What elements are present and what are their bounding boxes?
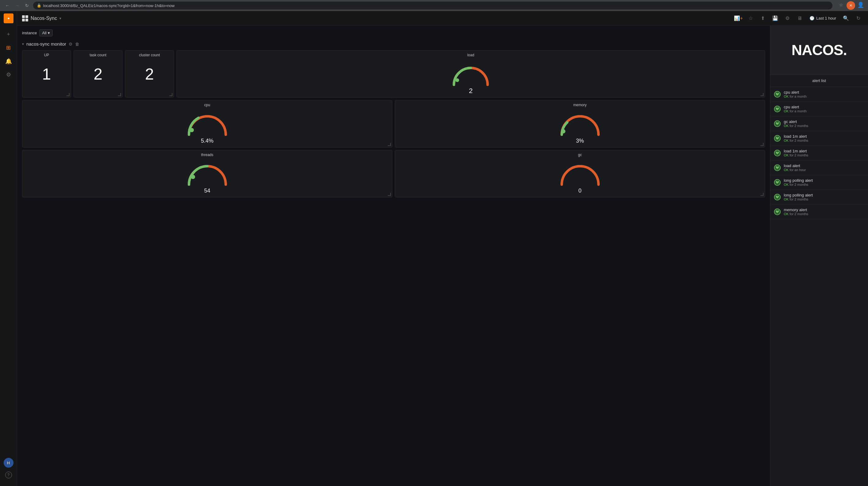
sidebar-item-alerts[interactable]: 🔔 xyxy=(2,55,15,67)
star-button[interactable]: ☆ xyxy=(746,13,755,23)
share-button[interactable]: ⬆ xyxy=(758,13,768,23)
alert-name: cpu alert xyxy=(784,90,807,95)
filter-label: instance xyxy=(22,31,37,35)
clock-icon: 🕐 xyxy=(809,16,814,21)
alert-name: long polling alert xyxy=(784,178,813,183)
sidebar-item-user[interactable]: H xyxy=(4,458,13,467)
panel-cpu-value: 5.4% xyxy=(201,138,214,144)
alert-info: cpu alert OK for a month xyxy=(784,90,807,98)
sidebar: + ⊞ 🔔 ⚙ H ? xyxy=(0,11,17,486)
panel-load: load 2 xyxy=(177,50,765,98)
panels-row-3: threads 54 gc xyxy=(22,150,765,197)
alert-item[interactable]: load 1m alert OK for 2 months xyxy=(770,146,868,160)
alert-name: gc alert xyxy=(784,119,808,124)
nacos-logo-area: NACOS. xyxy=(770,26,868,75)
row-title-text: nacos-sync monitor xyxy=(26,41,66,46)
panel-threads: threads 54 xyxy=(22,150,392,197)
svg-point-1 xyxy=(456,78,459,82)
alert-item[interactable]: load 1m alert OK for 2 months xyxy=(770,131,868,146)
alert-status: OK for 2 months xyxy=(784,124,808,128)
settings-icon: ⚙ xyxy=(785,15,789,21)
row-collapse-chevron[interactable]: ▾ xyxy=(22,42,24,46)
sidebar-nav: + ⊞ 🔔 ⚙ xyxy=(2,28,15,458)
panel-cluster-count: cluster count 2 xyxy=(125,50,174,98)
alert-status: OK for a month xyxy=(784,95,807,98)
save-button[interactable]: 💾 xyxy=(770,13,780,23)
alert-status: OK for 2 months xyxy=(784,212,808,216)
filter-value: All xyxy=(42,31,46,35)
alert-info: long polling alert OK for 2 months xyxy=(784,178,813,186)
sidebar-item-add[interactable]: + xyxy=(2,28,15,40)
alert-item[interactable]: long polling alert OK for 2 months xyxy=(770,190,868,204)
sidebar-item-help[interactable]: ? xyxy=(2,469,15,481)
alert-info: long polling alert OK for 2 months xyxy=(784,193,813,201)
title-dropdown-arrow[interactable]: ▾ xyxy=(59,16,61,21)
grafana-logo[interactable] xyxy=(4,13,13,23)
row-delete-icon[interactable]: 🗑 xyxy=(75,42,79,46)
panel-memory-gauge: 3% xyxy=(395,100,765,147)
alert-item[interactable]: load alert OK for an hour xyxy=(770,160,868,175)
top-bar: Nacos-Sync ▾ 📊+ ☆ ⬆ 💾 ⚙ xyxy=(17,11,868,26)
alert-item[interactable]: memory alert OK for 2 months xyxy=(770,204,868,219)
alert-name: load alert xyxy=(784,163,806,168)
time-range-button[interactable]: 🕐 Last 1 hour xyxy=(807,15,839,22)
panels-row-1: UP 1 task count 2 cluster count 2 xyxy=(22,50,765,98)
panel-gc-gauge: 0 xyxy=(395,150,765,197)
alert-status: OK for 2 months xyxy=(784,183,813,186)
tv-icon: 🖥 xyxy=(797,15,802,21)
forward-button[interactable]: → xyxy=(13,2,21,9)
sidebar-item-dashboards[interactable]: ⊞ xyxy=(2,42,15,54)
alert-item[interactable]: gc alert OK for 2 months xyxy=(770,116,868,131)
top-bar-actions: 📊+ ☆ ⬆ 💾 ⚙ 🖥 🕐 Las xyxy=(734,13,863,23)
memory-gauge-svg xyxy=(557,109,603,139)
search-icon: 🔍 xyxy=(843,15,849,21)
alert-status: OK for 2 months xyxy=(784,197,813,201)
panels-row-2: cpu 5.4% memory xyxy=(22,100,765,148)
profile-button[interactable]: ✕ xyxy=(846,1,855,10)
alert-heart-icon xyxy=(774,91,781,98)
filter-dropdown-icon: ▾ xyxy=(48,31,50,35)
right-panel: NACOS. alert list cpu alert OK for a mon… xyxy=(770,26,868,486)
row-settings-icon[interactable]: ⚙ xyxy=(69,42,72,46)
panel-cluster-count-value: 2 xyxy=(125,51,174,97)
alert-heart-icon xyxy=(774,120,781,127)
load-gauge-svg xyxy=(449,60,492,88)
refresh-button[interactable]: ↻ xyxy=(853,13,863,23)
alert-status: OK for an hour xyxy=(784,168,806,172)
gc-gauge-svg xyxy=(557,159,603,189)
app-title: Nacos-Sync xyxy=(31,15,57,21)
alert-item[interactable]: cpu alert OK for a month xyxy=(770,102,868,116)
nacos-logo: NACOS. xyxy=(792,42,847,59)
search-button[interactable]: 🔍 xyxy=(841,13,851,23)
alert-name: cpu alert xyxy=(784,105,807,109)
address-bar[interactable]: 🔒 localhost:3000/d/Bz_QALEiz1/nacos-sync… xyxy=(33,2,833,9)
panel-up: UP 1 xyxy=(22,50,71,98)
panel-threads-value: 54 xyxy=(204,188,210,194)
panel-cpu-gauge: 5.4% xyxy=(22,100,392,147)
main-content: Nacos-Sync ▾ 📊+ ☆ ⬆ 💾 ⚙ xyxy=(17,11,868,486)
bookmark-button[interactable]: ☆ xyxy=(837,1,845,8)
tv-mode-button[interactable]: 🖥 xyxy=(795,13,805,23)
help-icon: ? xyxy=(5,472,12,478)
panel-up-title: UP xyxy=(22,53,71,57)
alert-name: load 1m alert xyxy=(784,134,808,139)
panel-cluster-count-title: cluster count xyxy=(125,53,174,57)
settings-button[interactable]: ⚙ xyxy=(782,13,792,23)
alert-heart-icon xyxy=(774,179,781,186)
account-button[interactable]: 👤 xyxy=(857,1,864,8)
svg-point-2 xyxy=(190,128,194,132)
back-button[interactable]: ← xyxy=(4,2,11,9)
reload-button[interactable]: ↻ xyxy=(23,2,31,9)
panel-load-value: 2 xyxy=(469,87,473,95)
add-panel-button[interactable]: 📊+ xyxy=(734,13,743,23)
filter-select[interactable]: All ▾ xyxy=(39,29,52,36)
alert-heart-icon xyxy=(774,208,781,215)
panel-load-gauge: 2 xyxy=(177,51,765,97)
alert-item[interactable]: cpu alert OK for a month xyxy=(770,87,868,102)
dashboard-main: instance All ▾ ▾ nacos-sync monitor ⚙ 🗑 xyxy=(17,26,770,486)
alert-info: load 1m alert OK for 2 months xyxy=(784,134,808,142)
sidebar-item-settings[interactable]: ⚙ xyxy=(2,69,15,81)
alert-item[interactable]: long polling alert OK for 2 months xyxy=(770,175,868,190)
alert-heart-icon xyxy=(774,105,781,112)
gear-icon: ⚙ xyxy=(6,71,11,78)
